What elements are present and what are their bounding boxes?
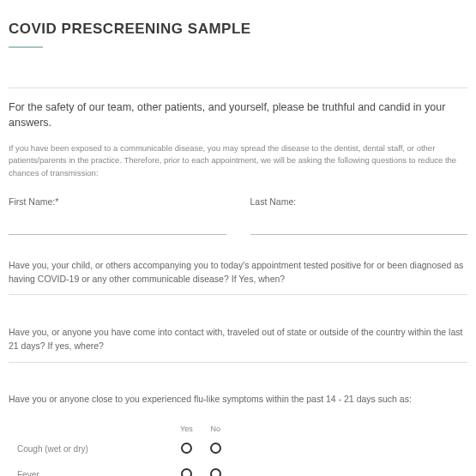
radio-yes[interactable] [181,468,192,476]
symptom-intro: Have you or anyone close to you experien… [9,394,467,404]
header-no: No [202,421,230,437]
last-name-input[interactable] [250,214,468,235]
symptom-label: Cough (wet or dry) [9,437,172,462]
symptom-row: Fever [9,462,230,476]
header-yes: Yes [172,421,202,437]
page-title: COVID PRESCREENING SAMPLE [9,21,467,38]
question-diagnosis: Have you, your child, or others accompan… [9,259,467,296]
radio-no[interactable] [210,468,221,476]
first-name-label: First Name:* [9,196,226,207]
notice-text: If you have been exposed to a communicab… [9,142,467,179]
radio-no[interactable] [210,443,221,454]
radio-yes[interactable] [181,443,192,454]
symptom-table: Yes No Cough (wet or dry)FeverShortness … [9,421,230,476]
title-underline [9,46,43,48]
question-travel: Have you, or anyone you have come into c… [9,326,467,363]
intro-text: For the safety of our team, other patien… [9,100,467,130]
name-row: First Name:* Last Name: [9,196,467,235]
last-name-label: Last Name: [250,196,468,207]
divider [9,87,467,88]
first-name-input[interactable] [9,214,226,235]
symptom-row: Cough (wet or dry) [9,437,230,462]
symptom-label: Fever [9,462,172,476]
